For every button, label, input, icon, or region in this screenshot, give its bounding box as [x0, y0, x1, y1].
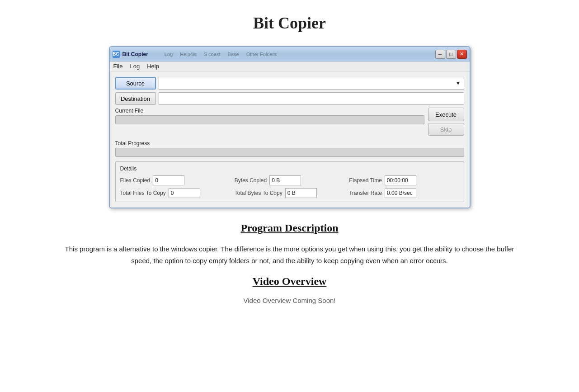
title-bar: BC Bit Copier Log Help4is S coast Base O… [110, 47, 470, 61]
close-button[interactable]: ✕ [457, 50, 467, 59]
files-copied-item: Files Copied 0 [120, 175, 230, 185]
transfer-rate-item: Transfer Rate 0.00 B/sec [349, 188, 459, 198]
menu-file[interactable]: File [113, 63, 123, 70]
nav-item-1: Log [165, 52, 173, 57]
destination-row: Destination [115, 92, 464, 105]
app-window: BC Bit Copier Log Help4is S coast Base O… [109, 46, 471, 208]
files-copied-label: Files Copied [120, 177, 151, 184]
execute-button[interactable]: Execute [428, 108, 464, 121]
total-files-item: Total Files To Copy 0 [120, 188, 230, 198]
details-label: Details [120, 165, 459, 172]
total-bytes-value: 0 B [285, 188, 317, 198]
source-button[interactable]: Source [115, 77, 156, 90]
elapsed-time-label: Elapsed Time [349, 177, 382, 184]
program-description-heading: Program Description [59, 222, 520, 234]
title-bar-left: BC Bit Copier Log Help4is S coast Base O… [113, 51, 277, 58]
title-bar-nav: Log Help4is S coast Base Other Folders [165, 52, 277, 57]
app-content: Source ▼ Destination Current File [110, 71, 470, 208]
page-title: Bit Copier [0, 0, 579, 42]
total-progress-section: Total Progress [115, 140, 464, 157]
maximize-button[interactable]: □ [446, 50, 456, 59]
transfer-rate-value: 0.00 B/sec [385, 188, 416, 198]
program-description-text: This program is a alternative to the win… [59, 243, 520, 266]
right-buttons: Execute Skip [428, 108, 464, 136]
current-file-progress [115, 115, 424, 124]
source-row: Source ▼ [115, 77, 464, 90]
elapsed-time-item: Elapsed Time 00:00:00 [349, 175, 459, 185]
bytes-copied-item: Bytes Copied 0 B [235, 175, 344, 185]
total-files-label: Total Files To Copy [120, 190, 166, 196]
page-content: Program Description This program is a al… [41, 222, 538, 322]
destination-input[interactable] [159, 92, 464, 105]
video-overview-heading: Video Overview [59, 275, 520, 288]
total-bytes-item: Total Bytes To Copy 0 B [235, 188, 344, 198]
nav-item-5: Other Folders [246, 52, 277, 57]
menu-bar: File Log Help [110, 61, 470, 71]
bytes-copied-label: Bytes Copied [235, 177, 267, 184]
total-progress-bar [115, 148, 464, 157]
details-grid: Files Copied 0 Bytes Copied 0 B Elapsed … [120, 175, 459, 198]
nav-item-4: Base [228, 52, 239, 57]
title-bar-controls: ─ □ ✕ [435, 50, 467, 59]
details-section: Details Files Copied 0 Bytes Copied 0 B [115, 161, 464, 202]
window-title: Bit Copier [122, 51, 148, 57]
video-coming-soon-text: Video Overview Coming Soon! [59, 297, 520, 304]
minimize-button[interactable]: ─ [435, 50, 445, 59]
skip-button[interactable]: Skip [428, 123, 464, 136]
app-icon: BC [113, 51, 120, 58]
total-files-value: 0 [169, 188, 200, 198]
source-input[interactable]: ▼ [159, 77, 464, 90]
total-progress-label: Total Progress [115, 140, 464, 146]
current-file-label: Current File [115, 108, 424, 114]
transfer-rate-label: Transfer Rate [349, 190, 382, 196]
app-window-wrapper: BC Bit Copier Log Help4is S coast Base O… [0, 46, 579, 208]
current-file-left: Current File [115, 108, 424, 124]
elapsed-time-value: 00:00:00 [385, 175, 416, 185]
nav-item-3: S coast [204, 52, 221, 57]
total-bytes-label: Total Bytes To Copy [235, 190, 282, 196]
destination-button[interactable]: Destination [115, 92, 156, 105]
menu-log[interactable]: Log [130, 63, 140, 70]
bytes-copied-value: 0 B [269, 175, 301, 185]
dropdown-arrow-icon: ▼ [456, 80, 461, 86]
nav-item-2: Help4is [180, 52, 197, 57]
menu-help[interactable]: Help [147, 63, 159, 70]
current-file-section: Current File Execute Skip [115, 108, 464, 136]
files-copied-value: 0 [153, 175, 184, 185]
